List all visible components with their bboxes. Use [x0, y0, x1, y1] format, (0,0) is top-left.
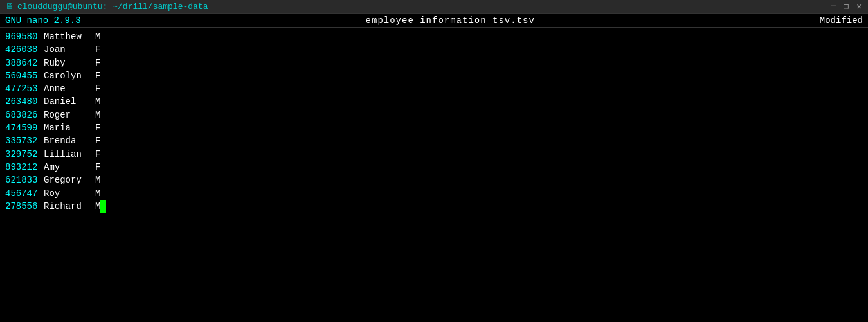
- row-id: 893212: [5, 161, 44, 174]
- row-id: 474599: [5, 121, 44, 134]
- row-id: 560455: [5, 69, 44, 82]
- row-name: Gregory: [44, 174, 95, 186]
- row-id: 456747: [5, 187, 44, 200]
- row-name: Roger: [44, 109, 95, 121]
- table-row: 456747 Roy M: [5, 187, 863, 200]
- row-gender: M: [95, 187, 100, 200]
- window-title: cloudduggu@ubuntu: ~/drill/sample-data: [17, 2, 208, 12]
- row-gender: M: [95, 109, 100, 121]
- row-id: 683826: [5, 109, 44, 121]
- row-id: 329752: [5, 148, 44, 161]
- table-row: 329752 Lillian F: [5, 148, 863, 161]
- app-name: GNU nano 2.9.3: [5, 15, 81, 26]
- table-row: 278556 Richard M: [5, 200, 863, 213]
- row-gender: F: [95, 121, 100, 134]
- row-gender: M: [95, 174, 100, 186]
- row-gender: M: [95, 30, 100, 43]
- row-id: 426038: [5, 43, 44, 56]
- title-bar-wrapper: 🖥 cloudduggu@ubuntu: ~/drill/sample-data…: [0, 0, 868, 13]
- row-name: Roy: [44, 187, 95, 200]
- row-id: 263480: [5, 95, 44, 108]
- row-id: 969580: [5, 30, 44, 43]
- table-row: 263480 Daniel M: [5, 95, 863, 108]
- row-name: Amy: [44, 161, 95, 174]
- cursor: [100, 200, 106, 213]
- table-row: 893212 Amy F: [5, 161, 863, 174]
- row-gender: F: [95, 43, 100, 56]
- row-id: 335732: [5, 134, 44, 147]
- row-gender: F: [95, 148, 100, 161]
- row-gender: M: [95, 200, 100, 213]
- row-name: Brenda: [44, 134, 95, 147]
- row-gender: F: [95, 161, 100, 174]
- table-row: 477253 Anne F: [5, 82, 863, 95]
- row-gender: M: [95, 95, 100, 108]
- row-id: 278556: [5, 200, 44, 213]
- row-name: Matthew: [44, 30, 95, 43]
- table-row: 388642 Ruby F: [5, 57, 863, 69]
- row-name: Daniel: [44, 95, 95, 108]
- restore-button[interactable]: ❐: [841, 1, 851, 12]
- row-name: Joan: [44, 43, 95, 56]
- row-id: 477253: [5, 82, 44, 95]
- row-name: Ruby: [44, 57, 95, 69]
- table-row: 621833 Gregory M: [5, 174, 863, 186]
- row-id: 621833: [5, 174, 44, 186]
- table-row: 683826 Roger M: [5, 109, 863, 121]
- terminal-icon: 🖥: [5, 2, 14, 12]
- row-name: Carolyn: [44, 69, 95, 82]
- file-name: employee_information_tsv.tsv: [366, 15, 535, 26]
- table-row: 426038 Joan F: [5, 43, 863, 56]
- row-name: Lillian: [44, 148, 95, 161]
- minimize-button[interactable]: ─: [829, 1, 839, 12]
- nano-header: GNU nano 2.9.3 employee_information_tsv.…: [0, 13, 868, 28]
- row-name: Richard: [44, 200, 95, 213]
- content-area: 969580 Matthew M426038 Joan F388642 Ruby…: [0, 28, 868, 215]
- row-gender: F: [95, 134, 100, 147]
- window-controls: ─ ❐ ✕: [825, 0, 868, 13]
- table-row: 969580 Matthew M: [5, 30, 863, 43]
- table-row: 335732 Brenda F: [5, 134, 863, 147]
- table-row: 474599 Maria F: [5, 121, 863, 134]
- close-button[interactable]: ✕: [854, 1, 864, 12]
- table-row: 560455 Carolyn F: [5, 69, 863, 82]
- row-id: 388642: [5, 57, 44, 69]
- row-name: Anne: [44, 82, 95, 95]
- row-gender: F: [95, 69, 100, 82]
- file-status: Modified: [820, 15, 863, 26]
- row-gender: F: [95, 57, 100, 69]
- row-name: Maria: [44, 121, 95, 134]
- row-gender: F: [95, 82, 100, 95]
